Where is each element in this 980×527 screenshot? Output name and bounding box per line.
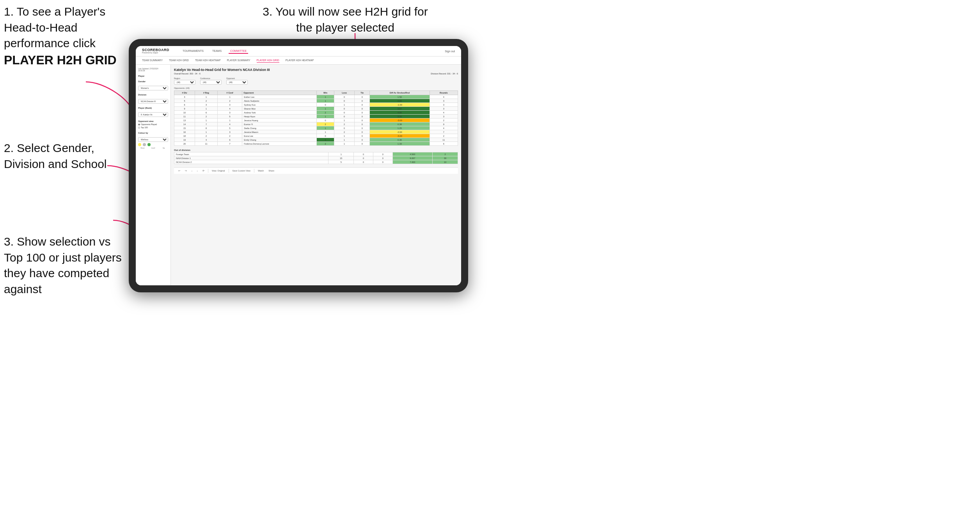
- refresh-btn[interactable]: ⟳: [201, 169, 206, 172]
- sub-team-h2h-grid[interactable]: TEAM H2H GRID: [169, 58, 189, 63]
- region-filter-group: Region (All): [174, 77, 195, 85]
- table-row: 3 1 1 Esther Lee 1 0 0 1.50 4: [174, 95, 458, 99]
- cell-diff: 4.00: [370, 111, 430, 115]
- cell-tie: 0: [355, 142, 370, 146]
- cell-tie: 0: [355, 115, 370, 118]
- cell-div: 18: [174, 134, 195, 138]
- cell-diff: 1.25: [370, 126, 430, 130]
- tablet-screen: SCOREBOARD Powered by clippd TOURNAMENTS…: [136, 46, 461, 285]
- sidebar-gender-label: Gender: [138, 80, 168, 83]
- sidebar-gender-select[interactable]: Women's Men's: [138, 86, 168, 90]
- radio-opponents-played[interactable]: Opponents Played: [138, 123, 168, 126]
- table-row: 16 1 3 Jessica Mason 1 2 0 -0.94 7: [174, 130, 458, 134]
- cell-reg: 7: [195, 122, 218, 126]
- cell-rounds: 3: [430, 115, 458, 118]
- cell-reg: 6: [195, 111, 218, 115]
- cell-loss: 0: [334, 115, 355, 118]
- th-opponent: Opponent: [242, 91, 317, 95]
- view-original-btn[interactable]: View: Original: [211, 169, 226, 172]
- share-btn[interactable]: Share: [267, 169, 275, 172]
- cell-diff: -0.94: [370, 130, 430, 134]
- toolbar-divider-3: [254, 169, 254, 173]
- colour-dot-down: [138, 143, 141, 146]
- cell-reg: 2: [195, 99, 218, 103]
- cell-win: 1: [317, 130, 334, 134]
- table-row: 11 2 5 Heejo Hyun 1 0 0 3.33 3: [174, 115, 458, 118]
- th-diff: Diff Av Strokes/Rnd: [370, 91, 430, 95]
- nav-teams[interactable]: TEAMS: [211, 49, 223, 54]
- sidebar-colour-select[interactable]: Win/loss: [138, 137, 168, 142]
- sub-player-summary[interactable]: PLAYER SUMMARY: [227, 58, 250, 63]
- conference-filter-select[interactable]: (All): [200, 80, 222, 85]
- region-filter-select[interactable]: (All): [174, 80, 195, 85]
- opponent-filter-group: Opponent (All): [226, 77, 248, 85]
- nav-committee[interactable]: COMMITTEE: [229, 49, 248, 54]
- legend-up: Up: [159, 147, 168, 149]
- sub-team-h2h-heatmap[interactable]: TEAM H2H HEATMAP: [195, 58, 221, 63]
- nav-tournaments[interactable]: TOURNAMENTS: [181, 49, 205, 54]
- cell-rounds: 9: [430, 122, 458, 126]
- watch-btn[interactable]: Watch: [257, 169, 265, 172]
- cell-div: 16: [174, 130, 195, 134]
- sidebar-division-select[interactable]: NCAA Division III: [138, 99, 168, 104]
- cell-tie: 0: [355, 122, 370, 126]
- sub-player-h2h-grid[interactable]: PLAYER H2H GRID: [257, 58, 279, 63]
- cell-conf: 5: [217, 126, 242, 130]
- ood-cell-tie: 0: [373, 152, 392, 156]
- opponents-label: Opponents: (All): [174, 87, 458, 89]
- division-record: Division Record: 331 - 34 - 6: [431, 73, 458, 75]
- sub-team-summary[interactable]: TEAM SUMMARY: [142, 58, 163, 63]
- cell-name: Alexis Sudjianto: [242, 99, 317, 103]
- table-row: 14 7 4 Eunice Yi 2 2 0 0.38 9: [174, 122, 458, 126]
- instruction-text-3b: 3. Show selection vs Top 100 or just pla…: [4, 234, 125, 297]
- th-tie: Tie: [355, 91, 370, 95]
- cell-conf: 2: [217, 134, 242, 138]
- back-btn[interactable]: ‹: [190, 169, 194, 172]
- sidebar-opponent-label: Opponent view: [138, 120, 168, 122]
- cell-loss: 1: [334, 118, 355, 122]
- tablet-frame: SCOREBOARD Powered by clippd TOURNAMENTS…: [129, 39, 468, 292]
- ood-cell-win: 5: [328, 160, 354, 164]
- ood-cell-rounds: 2: [433, 152, 458, 156]
- redo-btn[interactable]: ↪: [184, 169, 188, 172]
- cell-diff: -1.00: [370, 103, 430, 107]
- cell-reg: 1: [195, 95, 218, 99]
- cell-reg: 3: [195, 103, 218, 107]
- logo-area: SCOREBOARD Powered by clippd: [142, 48, 169, 54]
- cell-name: Eunice Yi: [242, 122, 317, 126]
- main-data-table: # Div # Reg # Conf Opponent Win Loss Tie…: [174, 90, 458, 146]
- cell-div: 5: [174, 99, 195, 103]
- sub-player-h2h-heatmap[interactable]: PLAYER H2H HEATMAP: [286, 58, 314, 63]
- sidebar-player-rank-select[interactable]: 8. Katelyn Vo: [138, 112, 168, 117]
- overall-record: Overall Record: 353 - 34 - 6: [174, 73, 201, 75]
- cell-name: Emily Chang: [242, 138, 317, 142]
- opponent-filter-select[interactable]: (All): [226, 80, 248, 85]
- cell-win: 2: [317, 122, 334, 126]
- sidebar-gender-section: Gender Women's Men's: [138, 80, 168, 90]
- instruction-text-2: 2. Select Gender, Division and School: [4, 140, 125, 172]
- legend-down: Down: [138, 147, 147, 149]
- cell-name: Sharon Mun: [242, 107, 317, 111]
- cell-loss: 0: [334, 107, 355, 111]
- colour-dot-up: [147, 143, 151, 146]
- ood-cell-diff: 7.400: [392, 160, 433, 164]
- cell-div: 6: [174, 103, 195, 107]
- table-row: 10 6 3 Andrea York 2 0 0 4.00 4: [174, 111, 458, 115]
- cell-rounds: 3: [430, 99, 458, 103]
- cell-win: 1: [317, 107, 334, 111]
- undo-btn[interactable]: ↩: [177, 169, 181, 172]
- sidebar-opponent-view: Opponent view Opponents Played Top 100: [138, 120, 168, 129]
- filters-row: Region (All) Conference (All) Opponent: [174, 77, 458, 85]
- instruction-block-2: 2. Select Gender, Division and School: [4, 140, 125, 172]
- save-custom-view-btn[interactable]: Save Custom View: [231, 169, 252, 172]
- cell-diff: 3.33: [370, 115, 430, 118]
- forward-btn[interactable]: ›: [196, 169, 199, 172]
- radio-opponents-played-label: Opponents Played: [141, 123, 157, 126]
- table-row: 5 2 2 Alexis Sudjianto 1 0 0 4.00 3: [174, 99, 458, 103]
- ood-cell-loss: 0: [354, 152, 373, 156]
- cell-rounds: 6: [430, 142, 458, 146]
- ood-table-row: Foreign Team 1 0 0 4.500 2: [174, 152, 458, 156]
- main-content: Last Updated: 27/03/2024 16:55:38 Player…: [136, 65, 461, 285]
- radio-top-100[interactable]: Top 100: [138, 126, 168, 129]
- nav-sign-out[interactable]: Sign out: [445, 50, 455, 53]
